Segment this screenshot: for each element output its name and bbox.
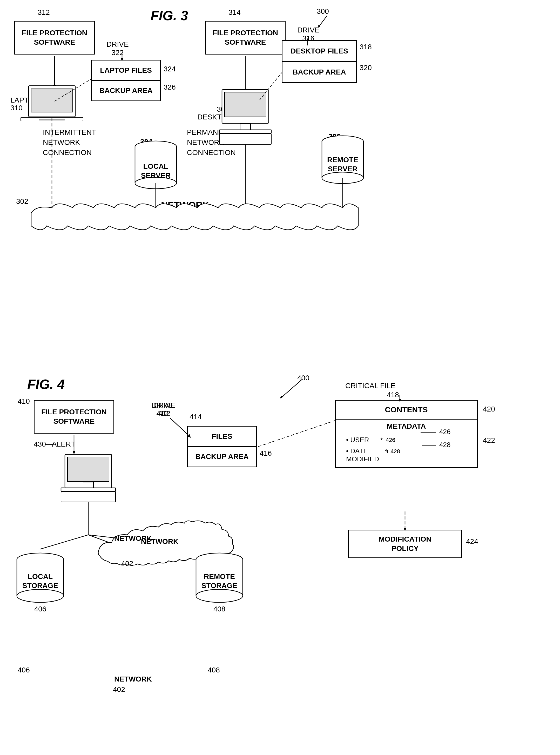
- svg-point-71: [196, 589, 243, 602]
- svg-point-59: [17, 553, 64, 566]
- ref-324: 324: [164, 65, 176, 73]
- ref-300: 300: [317, 7, 329, 16]
- svg-line-0: [319, 16, 327, 26]
- critical-file-label: CRITICAL FILE: [345, 382, 395, 390]
- svg-point-28: [322, 136, 363, 147]
- svg-text:LOCAL: LOCAL: [143, 162, 168, 170]
- svg-marker-5: [244, 89, 247, 92]
- ref-400: 400: [297, 374, 309, 382]
- critical-file-box: CONTENTS METADATA • USER ↰ 426 • DATE MO…: [335, 400, 478, 469]
- ref-422: 422: [483, 436, 495, 444]
- ref-320: 320: [360, 64, 372, 72]
- alert-label: ALERT: [52, 440, 75, 449]
- ref-430: 430: [34, 440, 46, 449]
- svg-line-45: [258, 421, 335, 446]
- fp-software-box-1: FILE PROTECTION SOFTWARE: [14, 21, 95, 55]
- metadata-section: METADATA • USER ↰ 426 • DATE MODIFIED ↰ …: [336, 420, 477, 468]
- svg-text:SERVER: SERVER: [141, 171, 171, 179]
- svg-marker-40: [73, 451, 75, 454]
- ref-318: 318: [360, 43, 372, 51]
- svg-text:SERVER: SERVER: [328, 165, 358, 173]
- svg-text:REMOTE: REMOTE: [204, 573, 235, 580]
- ref-424: 424: [466, 537, 478, 546]
- laptop-ref: 310: [11, 104, 23, 112]
- svg-rect-22: [135, 147, 177, 183]
- ref-406: 406: [18, 666, 30, 674]
- backup-area-section-4: BACKUP AREA: [188, 446, 256, 467]
- drive-322-label: DRIVE322: [106, 40, 129, 57]
- svg-point-67: [196, 553, 243, 566]
- diagram-svg: LOCAL SERVER REMOTE SERVER: [0, 0, 560, 755]
- diagram-container: FIG. 3 312 FILE PROTECTION SOFTWARE 314 …: [0, 0, 560, 755]
- fp-software-box-2: FILE PROTECTION SOFTWARE: [205, 21, 285, 55]
- laptop-files-section: LAPTOP FILES: [92, 60, 160, 80]
- intermittent-label: INTERMITTENTNETWORKCONNECTION: [43, 127, 96, 158]
- svg-text:408: 408: [214, 605, 226, 613]
- alert-dash: —: [45, 440, 53, 449]
- svg-line-14: [55, 79, 91, 101]
- drive-412-text: DRIVE412: [152, 401, 174, 418]
- svg-text:LOCAL: LOCAL: [28, 573, 53, 580]
- svg-rect-29: [322, 141, 363, 178]
- metadata-label: METADATA: [336, 420, 477, 433]
- desktop-files-box: DESKTOP FILES BACKUP AREA: [282, 40, 357, 83]
- svg-text:STORAGE: STORAGE: [201, 581, 237, 590]
- ref-402: 402: [113, 686, 125, 694]
- ref-420: 420: [483, 405, 495, 413]
- desktop-label-text: DESKTOP: [197, 113, 232, 121]
- ref-302: 302: [16, 197, 28, 206]
- backup-area-section-1: BACKUP AREA: [92, 80, 160, 101]
- fig4-title: FIG. 4: [27, 376, 65, 392]
- backup-area-section-2: BACKUP AREA: [282, 61, 356, 82]
- desktop-label-4: DESKTOP: [77, 495, 111, 503]
- ref-414: 414: [189, 413, 202, 421]
- fig3-title: FIG. 3: [151, 8, 188, 23]
- desktop-files-section: DESKTOP FILES: [282, 41, 356, 61]
- svg-line-54: [40, 535, 88, 549]
- svg-line-41: [170, 418, 189, 436]
- svg-text:406: 406: [34, 605, 46, 613]
- svg-point-25: [135, 177, 177, 189]
- date-modified-row: • DATE MODIFIED ↰ 428: [336, 445, 477, 467]
- laptop-files-box: LAPTOP FILES BACKUP AREA: [91, 60, 161, 101]
- network-label-fig3: NETWORK: [161, 200, 209, 211]
- files-section: FILES: [188, 426, 256, 446]
- contents-section: CONTENTS: [336, 401, 477, 420]
- ref-408: 408: [208, 666, 220, 674]
- desktop-label-308: 308: [217, 105, 229, 114]
- svg-rect-49: [67, 457, 109, 482]
- svg-marker-3: [53, 85, 56, 88]
- svg-rect-13: [39, 119, 65, 120]
- svg-point-63: [17, 589, 64, 602]
- fp-software-box-4: FILE PROTECTION SOFTWARE: [34, 400, 114, 434]
- svg-point-32: [322, 172, 363, 183]
- ref-410: 410: [18, 397, 30, 405]
- local-server-ref-304: 304: [140, 138, 153, 146]
- network-label-fig4: NETWORK: [114, 675, 152, 683]
- svg-marker-44: [280, 396, 283, 399]
- laptop-label: LAPTOP: [11, 96, 39, 104]
- files-backup-box: FILES BACKUP AREA: [187, 426, 257, 467]
- svg-rect-48: [65, 454, 112, 488]
- permanent-label: PERMANENTNETWORKCONNECTION: [187, 127, 236, 158]
- remote-server-ref-306: 306: [328, 133, 341, 141]
- ref-312: 312: [38, 8, 50, 17]
- svg-rect-12: [21, 117, 83, 121]
- svg-rect-17: [240, 124, 251, 130]
- svg-text:REMOTE: REMOTE: [327, 156, 358, 164]
- ref-418: 418: [387, 391, 399, 399]
- modification-policy-box: MODIFICATION POLICY: [348, 530, 462, 558]
- ref-314: 314: [228, 8, 241, 17]
- svg-line-20: [260, 73, 282, 100]
- svg-text:STORAGE: STORAGE: [22, 581, 58, 590]
- user-row: • USER ↰ 426: [336, 433, 477, 445]
- ref-404: 404: [86, 485, 98, 494]
- svg-rect-60: [17, 559, 64, 596]
- svg-rect-68: [196, 559, 243, 596]
- svg-text:402: 402: [121, 559, 134, 568]
- ref-416: 416: [260, 449, 272, 457]
- ref-326: 326: [164, 83, 176, 92]
- network-text-fig4: NETWORK: [114, 534, 152, 543]
